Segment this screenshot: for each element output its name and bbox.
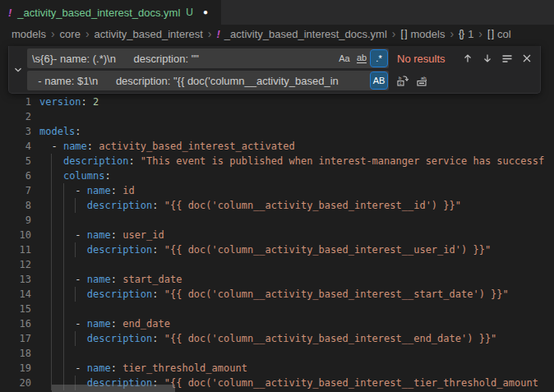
code-line[interactable] xyxy=(39,213,554,228)
whole-word-button[interactable]: ab xyxy=(353,50,370,67)
code-token xyxy=(39,229,75,241)
indent-guide xyxy=(63,346,64,361)
toggle-replace-button[interactable] xyxy=(9,48,27,90)
chevron-right-icon: › xyxy=(208,28,212,39)
indent-guide xyxy=(75,198,76,213)
code-line[interactable] xyxy=(39,257,554,272)
whole-word-label: ab xyxy=(357,53,367,63)
code-token xyxy=(39,362,75,374)
breadcrumb-item-file[interactable]: ! _activity_based_interest_docs.yml xyxy=(216,28,386,40)
modified-dot-icon[interactable]: ● xyxy=(203,8,208,16)
code-line[interactable]: columns: xyxy=(39,168,554,183)
code-line[interactable]: - name: tier_threshold_amount xyxy=(39,361,554,376)
code-line[interactable]: description: "{{ doc('column__activity_b… xyxy=(39,331,554,346)
code-line[interactable]: description: "{{ doc('column__activity_b… xyxy=(39,287,554,302)
code-token: columns xyxy=(63,170,105,182)
line-number: 6 xyxy=(0,168,31,183)
breadcrumb-item-folder[interactable]: activity_based_interest xyxy=(95,28,203,40)
code-token xyxy=(39,141,51,152)
code-line[interactable] xyxy=(39,109,554,124)
code-line[interactable]: - name: id xyxy=(39,183,554,198)
line-number: 10 xyxy=(0,228,31,242)
code-token: "{{ doc('column__activity_based_interest… xyxy=(164,244,491,256)
breadcrumb-item-models[interactable]: models xyxy=(12,28,46,40)
code-line[interactable]: description: "{{ doc('column__activity_b… xyxy=(39,198,554,213)
code-token: version xyxy=(39,96,81,108)
indent-guide xyxy=(51,183,52,198)
code-token: : xyxy=(152,333,158,344)
code-line[interactable] xyxy=(39,302,554,316)
line-number: 3 xyxy=(0,124,31,139)
code-token: activity_based_interest_activated xyxy=(99,141,294,152)
replace-all-button[interactable]: ab xyxy=(413,71,432,90)
indent-guide xyxy=(51,361,52,376)
code-token: start_date xyxy=(122,274,182,285)
replace-button[interactable]: b c xyxy=(394,71,412,90)
code-token: "{{ doc('column__activity_based_interest… xyxy=(164,333,497,344)
code-line[interactable] xyxy=(39,346,554,361)
indent-guide xyxy=(63,302,64,316)
breadcrumb-item-symbol-col[interactable]: [ ] col xyxy=(487,28,511,40)
indent-guide xyxy=(75,242,76,257)
code-token: - xyxy=(75,318,86,330)
code-token: models xyxy=(39,126,75,137)
replace-all-icon: ab xyxy=(416,74,429,87)
preserve-case-button[interactable]: AB xyxy=(371,72,387,89)
code-token: name xyxy=(87,185,111,196)
line-number: 18 xyxy=(0,346,31,361)
code-token: 2 xyxy=(93,96,99,108)
code-token: "This event is published when interest-m… xyxy=(141,155,544,167)
code-editor[interactable]: 1234567891011121314151617181920 version:… xyxy=(0,43,554,392)
indent-guide xyxy=(63,183,64,198)
code-token: name xyxy=(87,274,111,285)
indent-guide xyxy=(51,213,52,228)
line-number: 4 xyxy=(0,139,31,154)
code-line[interactable]: models: xyxy=(39,124,554,139)
line-number: 14 xyxy=(0,287,31,302)
line-number: 2 xyxy=(0,109,31,124)
line-number: 20 xyxy=(0,376,31,390)
code-token: "{{ doc('column__activity_based_interest… xyxy=(164,288,509,300)
code-token: : xyxy=(75,126,81,137)
find-in-selection-button[interactable] xyxy=(498,49,516,67)
search-input[interactable]: \s{6}- name: (.*)\n description: "" Aa a… xyxy=(27,48,389,68)
line-number: 9 xyxy=(0,213,31,228)
indent-guide xyxy=(63,228,64,242)
code-token: : xyxy=(152,244,158,256)
find-row: \s{6}- name: (.*)\n description: "" Aa a… xyxy=(27,48,537,68)
regex-button[interactable]: .* xyxy=(371,50,387,67)
code-token xyxy=(159,200,164,211)
code-line[interactable]: - name: activity_based_interest_activate… xyxy=(39,139,554,154)
breadcrumb-item-symbol-1[interactable]: {} 1 xyxy=(459,28,473,40)
indent-guide xyxy=(63,257,64,272)
code-line[interactable]: version: 2 xyxy=(39,95,554,109)
breadcrumb: models › core › activity_based_interest … xyxy=(0,25,554,43)
code-token: - xyxy=(75,274,86,285)
code-token xyxy=(159,333,164,344)
tab-filename: _activity_based_interest_docs.yml xyxy=(17,7,180,19)
line-number: 16 xyxy=(0,316,31,331)
find-results-status: No results xyxy=(397,53,446,65)
indent-guide xyxy=(63,242,64,257)
breadcrumb-item-core[interactable]: core xyxy=(60,28,81,40)
code-line[interactable]: - name: end_date xyxy=(39,316,554,331)
close-find-button[interactable] xyxy=(518,49,536,67)
match-case-button[interactable]: Aa xyxy=(336,50,353,67)
previous-match-button[interactable] xyxy=(459,49,477,67)
replace-input[interactable]: - name: $1\n description: "{{ doc('colum… xyxy=(27,71,389,90)
indent-guide xyxy=(51,257,52,272)
code-line[interactable]: - name: start_date xyxy=(39,272,554,287)
code-line[interactable]: description: "{{ doc('column__activity_b… xyxy=(39,242,554,257)
line-number: 13 xyxy=(0,272,31,287)
editor-tab[interactable]: ! _activity_based_interest_docs.yml U ● xyxy=(0,0,222,25)
indent-guide xyxy=(63,272,64,287)
code-token: name xyxy=(87,318,111,330)
code-token: id xyxy=(122,185,134,196)
breadcrumb-item-symbol-models[interactable]: [ ] models xyxy=(401,28,446,40)
horizontal-scrollbar-thumb[interactable] xyxy=(52,385,175,392)
code-line[interactable]: - name: user_id xyxy=(39,228,554,242)
code-line[interactable]: description: "This event is published wh… xyxy=(39,154,554,168)
indent-guide xyxy=(51,331,52,346)
next-match-button[interactable] xyxy=(478,49,496,67)
replace-row: - name: $1\n description: "{{ doc('colum… xyxy=(27,71,537,90)
